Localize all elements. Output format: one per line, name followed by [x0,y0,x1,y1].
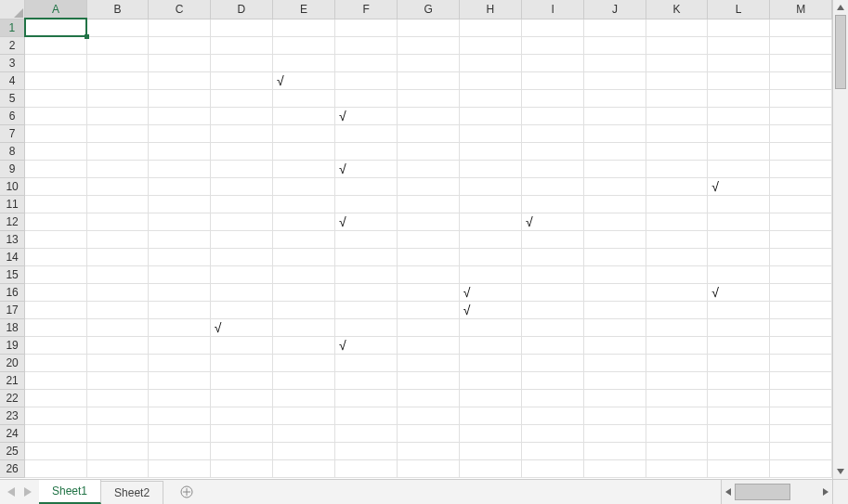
cell-D18[interactable]: √ [210,318,272,336]
cell-K9[interactable] [646,160,707,177]
cell-C5[interactable] [149,89,211,107]
cell-F17[interactable] [335,301,398,318]
cell-D22[interactable] [210,389,272,407]
cell-B12[interactable] [86,213,148,230]
cell-L17[interactable] [708,301,770,318]
cell-M7[interactable] [770,124,832,142]
cell-I19[interactable] [522,336,584,354]
cell-C22[interactable] [149,389,211,407]
scroll-down-button[interactable] [833,464,848,479]
cell-H15[interactable] [459,265,521,283]
cell-C3[interactable] [149,54,211,71]
cell-H21[interactable] [459,371,521,389]
cell-C25[interactable] [149,442,211,459]
cell-H17[interactable]: √ [459,301,521,318]
cell-K14[interactable] [646,248,707,265]
cell-F26[interactable] [335,459,398,477]
cell-K26[interactable] [646,459,707,477]
cell-B9[interactable] [86,160,148,177]
cell-I4[interactable] [522,71,584,89]
cell-H1[interactable] [459,19,521,36]
cell-J17[interactable] [584,301,646,318]
cell-I2[interactable] [522,36,584,54]
cell-L22[interactable] [708,389,770,407]
cell-G13[interactable] [398,230,460,248]
cell-L4[interactable] [708,71,770,89]
cell-K13[interactable] [646,230,707,248]
cell-H10[interactable] [459,177,521,195]
worksheet-grid[interactable]: ABCDEFGHIJKLM1234√56√789√10√1112√√131415… [0,0,832,479]
cell-C11[interactable] [149,195,211,213]
cell-F12[interactable]: √ [335,213,398,230]
cell-H2[interactable] [459,36,521,54]
cell-A11[interactable] [25,195,87,213]
row-header-26[interactable]: 26 [0,459,25,477]
cell-E1[interactable] [272,19,334,36]
cell-C7[interactable] [149,124,211,142]
row-header-9[interactable]: 9 [0,160,25,177]
cell-G4[interactable] [398,71,460,89]
cell-K1[interactable] [646,19,707,36]
cell-J11[interactable] [584,195,646,213]
cell-D17[interactable] [210,301,272,318]
cell-L23[interactable] [708,407,770,424]
cell-H23[interactable] [459,407,521,424]
cell-L13[interactable] [708,230,770,248]
cell-K2[interactable] [646,36,707,54]
cell-D1[interactable] [210,19,272,36]
cell-B14[interactable] [86,248,148,265]
cell-G22[interactable] [398,389,460,407]
cell-K16[interactable] [646,283,707,301]
cell-B5[interactable] [86,89,148,107]
cell-E21[interactable] [272,371,334,389]
cell-F2[interactable] [335,36,398,54]
cell-F20[interactable] [335,354,398,371]
cell-A8[interactable] [25,142,87,160]
row-header-22[interactable]: 22 [0,389,25,407]
cell-C1[interactable] [149,19,211,36]
row-header-25[interactable]: 25 [0,442,25,459]
cell-K22[interactable] [646,389,707,407]
cell-E24[interactable] [272,424,334,442]
cell-B7[interactable] [86,124,148,142]
cell-D4[interactable] [210,71,272,89]
cell-F1[interactable] [335,19,398,36]
cell-C2[interactable] [149,36,211,54]
cell-I9[interactable] [522,160,584,177]
cell-E11[interactable] [272,195,334,213]
cell-L12[interactable] [708,213,770,230]
cell-D3[interactable] [210,54,272,71]
column-header-D[interactable]: D [210,0,272,19]
cell-D8[interactable] [210,142,272,160]
cell-F11[interactable] [335,195,398,213]
column-header-G[interactable]: G [398,0,460,19]
select-all-corner[interactable] [0,0,25,19]
cell-I21[interactable] [522,371,584,389]
cell-I5[interactable] [522,89,584,107]
cell-L24[interactable] [708,424,770,442]
cell-I16[interactable] [522,283,584,301]
cell-B26[interactable] [86,459,148,477]
cell-E12[interactable] [272,213,334,230]
cell-K7[interactable] [646,124,707,142]
cell-E9[interactable] [272,160,334,177]
cell-F18[interactable] [335,318,398,336]
cell-L14[interactable] [708,248,770,265]
cell-J22[interactable] [584,389,646,407]
row-header-23[interactable]: 23 [0,407,25,424]
add-sheet-button[interactable] [163,480,210,504]
cell-J1[interactable] [584,19,646,36]
cell-K5[interactable] [646,89,707,107]
cell-L10[interactable]: √ [708,177,770,195]
cell-K25[interactable] [646,442,707,459]
cell-I18[interactable] [522,318,584,336]
cell-F5[interactable] [335,89,398,107]
cell-G14[interactable] [398,248,460,265]
cell-A10[interactable] [25,177,87,195]
cell-F14[interactable] [335,248,398,265]
cell-C10[interactable] [149,177,211,195]
cell-B20[interactable] [86,354,148,371]
cell-L9[interactable] [708,160,770,177]
cell-F21[interactable] [335,371,398,389]
cell-L11[interactable] [708,195,770,213]
